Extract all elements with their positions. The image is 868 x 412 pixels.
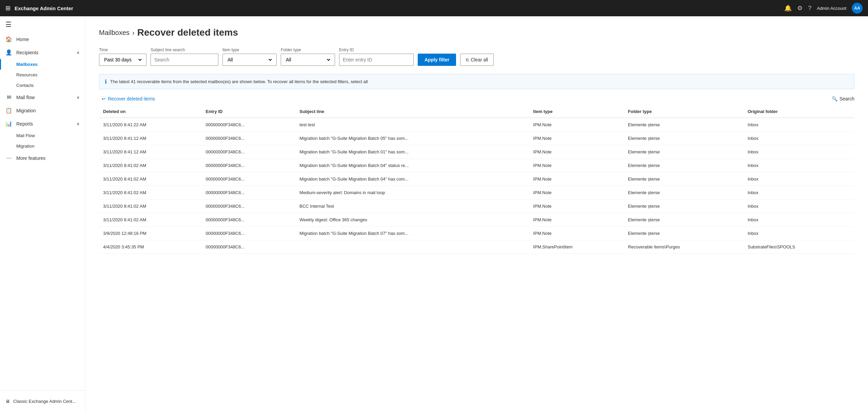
grid-icon[interactable]: ⊞ <box>5 4 11 12</box>
cell-item-type: IPM.Note <box>529 159 624 172</box>
cell-original-folder: Inbox <box>744 213 854 227</box>
help-icon[interactable]: ? <box>808 5 811 12</box>
filter-folder-type-dropdown[interactable]: All Inbox Sent Items Deleted Items <box>284 57 331 63</box>
sidebar-item-home[interactable]: 🏠 Home <box>0 33 85 46</box>
sidebar-subitem-mailboxes[interactable]: Mailboxes <box>0 59 85 70</box>
table-row[interactable]: 3/11/2020 8:41:02 AM 00000000F348C6... W… <box>99 213 854 227</box>
table-row[interactable]: 3/11/2020 8:41:02 AM 00000000F348C6... B… <box>99 200 854 213</box>
sidebar-subitem-contacts[interactable]: Contacts <box>0 80 85 91</box>
breadcrumb-separator: › <box>132 29 135 37</box>
cell-deleted-on: 3/11/2020 8:41:02 AM <box>99 200 202 213</box>
sidebar-item-migration[interactable]: 📋 Migration <box>0 104 85 117</box>
recipients-icon: 👤 <box>5 49 12 56</box>
breadcrumb: Mailboxes › Recover deleted items <box>99 27 854 38</box>
sidebar-item-reports[interactable]: 📊 Reports ∧ <box>0 117 85 130</box>
cell-entry-id: 00000000F348C6... <box>202 172 296 186</box>
cell-item-type: IPM.SharePointItem <box>529 240 624 254</box>
sidebar-toggle[interactable]: ☰ <box>0 16 85 33</box>
cell-folder-type: Elemente șterse <box>624 186 744 200</box>
sidebar-subitem-resources[interactable]: Resources <box>0 70 85 80</box>
clear-icon: ⎗ <box>466 57 469 62</box>
classic-admin-link[interactable]: 🖥 Classic Exchange Admin Cent... <box>5 396 80 407</box>
avatar[interactable]: AA <box>852 3 863 14</box>
col-original-folder: Original folder <box>744 106 854 118</box>
search-button[interactable]: 🔍 Search <box>832 96 854 101</box>
cell-subject: Migration batch "G-Suite Migration Batch… <box>295 227 529 240</box>
cell-subject: BCC Internal Test <box>295 200 529 213</box>
settings-icon[interactable]: ⚙ <box>797 4 803 12</box>
user-name: Admin Account <box>817 6 846 11</box>
chevron-up-icon: ∧ <box>77 50 80 55</box>
sidebar: ☰ 🏠 Home 👤 Recipients ∧ Mailboxes Resour… <box>0 16 85 412</box>
filter-time-dropdown[interactable]: Past 24 hours Past 7 days Past 30 days P… <box>103 57 143 63</box>
table-row[interactable]: 3/11/2020 8:41:02 AM 00000000F348C6... M… <box>99 172 854 186</box>
sidebar-item-mailflow[interactable]: ✉ Mail flow ∨ <box>0 91 85 104</box>
col-folder-type: Folder type <box>624 106 744 118</box>
apply-filter-button[interactable]: Apply filter <box>418 54 456 66</box>
cell-original-folder: Inbox <box>744 227 854 240</box>
breadcrumb-parent[interactable]: Mailboxes <box>99 29 130 37</box>
cell-folder-type: Elemente șterse <box>624 172 744 186</box>
cell-folder-type: Elemente șterse <box>624 132 744 145</box>
table-row[interactable]: 3/11/2020 8:41:22 AM 00000000F348C6... t… <box>99 118 854 132</box>
filter-item-type-group: Item type All Email Calendar Contact Tas… <box>222 48 277 66</box>
filter-folder-type-select[interactable]: All Inbox Sent Items Deleted Items <box>281 54 335 66</box>
cell-original-folder: Inbox <box>744 145 854 159</box>
home-icon: 🏠 <box>5 36 12 42</box>
sidebar-subitem-migration-reports[interactable]: Migration <box>0 141 85 151</box>
table-header: Deleted on Entry ID Subject line Item ty… <box>99 106 854 118</box>
sidebar-item-recipients[interactable]: 👤 Recipients ∧ <box>0 46 85 59</box>
filter-time-label: Time <box>99 48 146 52</box>
cell-folder-type: Elemente șterse <box>624 227 744 240</box>
app-body: ☰ 🏠 Home 👤 Recipients ∧ Mailboxes Resour… <box>0 16 868 412</box>
cell-original-folder: Inbox <box>744 186 854 200</box>
cell-deleted-on: 3/11/2020 8:41:12 AM <box>99 132 202 145</box>
cell-deleted-on: 3/11/2020 8:41:02 AM <box>99 213 202 227</box>
sidebar-item-more[interactable]: ⋯ More features <box>0 151 85 165</box>
cell-subject: Migration batch "G-Suite Migration Batch… <box>295 159 529 172</box>
info-icon: ℹ <box>105 78 107 85</box>
filter-subject-label: Subject line search <box>151 48 218 52</box>
col-item-type: Item type <box>529 106 624 118</box>
cell-item-type: IPM.Note <box>529 213 624 227</box>
search-icon: 🔍 <box>832 96 837 101</box>
sidebar-item-home-label: Home <box>16 37 29 42</box>
cell-item-type: IPM.Note <box>529 186 624 200</box>
toolbar-left: ↩ Recover deleted items <box>99 95 158 103</box>
clear-all-button[interactable]: ⎗ Clear all <box>460 54 494 66</box>
cell-deleted-on: 4/4/2020 3:45:35 PM <box>99 240 202 254</box>
cell-folder-type: Elemente șterse <box>624 213 744 227</box>
filter-subject-input[interactable] <box>151 54 218 66</box>
table-row[interactable]: 3/11/2020 8:41:02 AM 00000000F348C6... M… <box>99 186 854 200</box>
cell-subject: Medium-severity alert: Domains in mail l… <box>295 186 529 200</box>
sidebar-nav: 🏠 Home 👤 Recipients ∧ Mailboxes Resource… <box>0 33 85 390</box>
sidebar-subitem-mailflow[interactable]: Mail Flow <box>0 130 85 141</box>
table-row[interactable]: 3/11/2020 8:41:12 AM 00000000F348C6... M… <box>99 145 854 159</box>
cell-folder-type: Elemente șterse <box>624 200 744 213</box>
cell-original-folder: Inbox <box>744 118 854 132</box>
sidebar-item-mailflow-label: Mail flow <box>16 95 35 100</box>
chevron-up-icon-reports: ∧ <box>77 121 80 126</box>
table-row[interactable]: 3/9/2020 12:48:16 PM 00000000F348C6... M… <box>99 227 854 240</box>
filter-item-type-select[interactable]: All Email Calendar Contact Task <box>222 54 277 66</box>
filter-entry-id-input[interactable] <box>339 54 414 66</box>
table-row[interactable]: 3/11/2020 8:41:02 AM 00000000F348C6... M… <box>99 159 854 172</box>
recover-label: Recover deleted items <box>108 96 155 101</box>
filter-time-select[interactable]: Past 24 hours Past 7 days Past 30 days P… <box>99 54 146 66</box>
filter-bar: Time Past 24 hours Past 7 days Past 30 d… <box>99 48 854 66</box>
filter-item-type-dropdown[interactable]: All Email Calendar Contact Task <box>226 57 273 63</box>
breadcrumb-current: Recover deleted items <box>137 27 238 38</box>
sidebar-item-more-label: More features <box>16 155 45 161</box>
cell-item-type: IPM.Note <box>529 145 624 159</box>
cell-entry-id: 00000000F348C6... <box>202 159 296 172</box>
mailflow-icon: ✉ <box>5 94 12 100</box>
classic-admin-icon: 🖥 <box>5 399 10 404</box>
recover-icon: ↩ <box>102 96 106 101</box>
cell-item-type: IPM.Note <box>529 227 624 240</box>
notification-icon[interactable]: 🔔 <box>784 4 792 12</box>
table-row[interactable]: 3/11/2020 8:41:12 AM 00000000F348C6... M… <box>99 132 854 145</box>
chevron-down-icon: ∨ <box>77 95 80 100</box>
table-row[interactable]: 4/4/2020 3:45:35 PM 00000000F348C6... IP… <box>99 240 854 254</box>
topbar-icons: 🔔 ⚙ ? Admin Account AA <box>784 3 863 14</box>
recover-items-button[interactable]: ↩ Recover deleted items <box>99 95 158 103</box>
